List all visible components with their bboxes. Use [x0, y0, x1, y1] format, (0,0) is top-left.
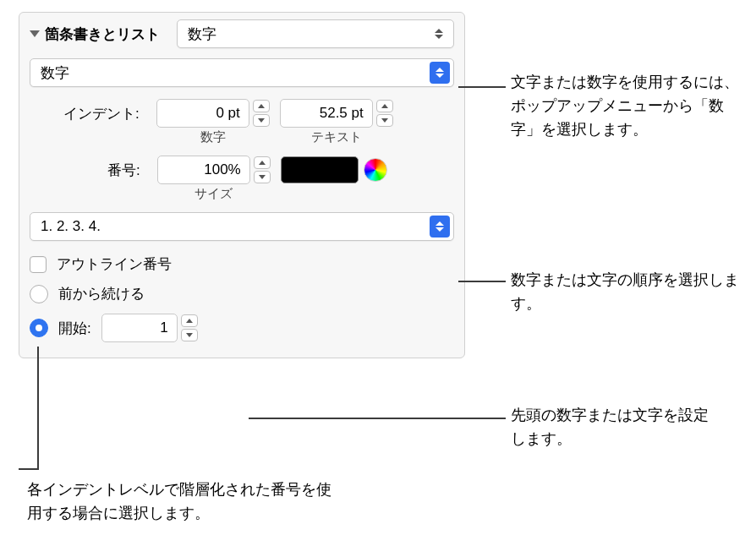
stepper-down-icon[interactable] — [181, 329, 198, 341]
callout-line — [458, 281, 506, 282]
callout-line — [19, 468, 39, 470]
stepper-down-icon[interactable] — [376, 114, 393, 127]
number-type-value: 数字 — [41, 63, 69, 83]
color-swatch[interactable] — [281, 156, 359, 183]
stepper-up-icon[interactable] — [181, 314, 198, 327]
updown-icon — [428, 23, 450, 45]
callout-format: 数字または文字の順序を選択します。 — [511, 269, 739, 316]
callout-line — [249, 418, 506, 419]
callout-line — [458, 86, 506, 88]
number-size-stepper[interactable] — [254, 156, 271, 183]
callout-line — [37, 347, 39, 468]
outline-numbering-label: アウトライン番号 — [57, 254, 172, 274]
stepper-down-icon[interactable] — [254, 171, 271, 183]
section-title: 箇条書きとリスト — [45, 25, 160, 44]
indent-number-sublabel: 数字 — [156, 129, 270, 145]
outline-numbering-checkbox[interactable] — [30, 256, 47, 273]
start-from-label: 開始: — [58, 319, 91, 338]
number-type-popup[interactable]: 数字 — [30, 58, 454, 87]
number-size-sublabel: サイズ — [157, 186, 271, 202]
callout-start: 先頭の数字または文字を設定します。 — [511, 404, 722, 451]
start-from-stepper[interactable] — [181, 314, 198, 341]
continue-radio[interactable] — [30, 285, 48, 303]
color-wheel-icon[interactable] — [364, 158, 387, 182]
section-header[interactable]: 箇条書きとリスト — [30, 25, 160, 44]
indent-label: インデント: — [63, 99, 146, 123]
number-format-popup[interactable]: 1. 2. 3. 4. — [30, 212, 454, 241]
indent-number-field[interactable] — [156, 99, 249, 128]
indent-number-stepper[interactable] — [253, 100, 270, 127]
stepper-up-icon[interactable] — [376, 100, 393, 112]
bullets-lists-panel: 箇条書きとリスト 数字 数字 インデント: 数字 — [19, 12, 465, 358]
updown-icon — [430, 216, 450, 238]
stepper-up-icon[interactable] — [254, 156, 271, 169]
stepper-down-icon[interactable] — [253, 114, 270, 127]
list-style-value: 数字 — [188, 25, 216, 44]
indent-text-stepper[interactable] — [376, 100, 393, 127]
start-from-radio[interactable] — [30, 319, 48, 337]
indent-text-sublabel: テキスト — [280, 129, 393, 145]
callout-type: 文字または数字を使用するには、ポップアップメニューから「数字」を選択します。 — [511, 71, 739, 142]
updown-icon — [430, 62, 450, 84]
start-from-field[interactable] — [101, 314, 178, 342]
stepper-up-icon[interactable] — [253, 100, 270, 112]
list-style-popup[interactable]: 数字 — [177, 19, 454, 48]
disclosure-triangle-icon[interactable] — [30, 30, 40, 37]
number-size-field[interactable] — [157, 156, 250, 184]
number-label: 番号: — [107, 156, 147, 180]
indent-text-field[interactable] — [280, 99, 373, 128]
continue-radio-label: 前から続ける — [58, 284, 145, 303]
number-format-value: 1. 2. 3. 4. — [41, 218, 101, 235]
callout-outline: 各インデントレベルで階層化された番号を使用する場合に選択します。 — [27, 478, 331, 526]
